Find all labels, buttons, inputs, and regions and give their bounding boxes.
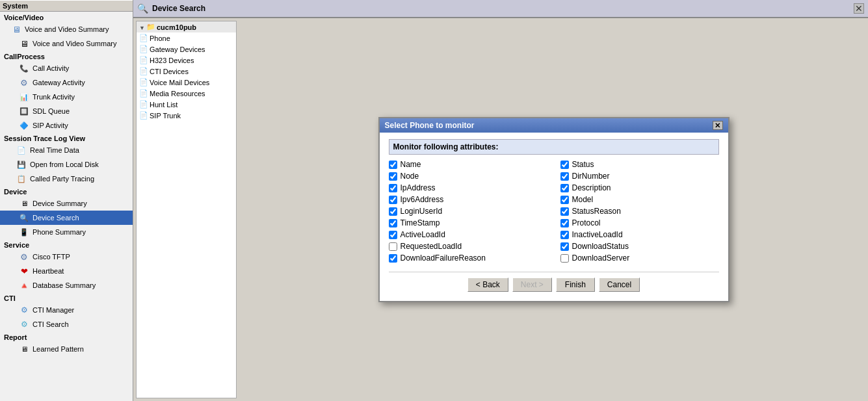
cb-model-label: Model [572, 195, 594, 204]
sidebar-item-cisco-tftp[interactable]: Cisco TFTP [0, 250, 133, 264]
sidebar-item-heartbeat[interactable]: Heartbeat [0, 264, 133, 278]
sidebar-group-service: Service [0, 239, 133, 250]
cb-node[interactable] [389, 172, 397, 181]
tree-expand-icon [139, 23, 146, 31]
sidebar-item-voice-video-summary[interactable]: Voice and Video Summary [0, 22, 133, 36]
learned-icon [18, 343, 30, 355]
cb-timestamp[interactable] [389, 219, 397, 227]
cb-statusreason[interactable] [560, 207, 569, 216]
sidebar: System Voice/Video Voice and Video Summa… [0, 0, 133, 401]
tree-item-sip-trunk[interactable]: SIP Trunk [137, 110, 236, 121]
cb-name[interactable] [389, 161, 397, 169]
cb-dirnumber[interactable] [560, 172, 569, 181]
cb-inactiveloadid[interactable] [560, 231, 569, 239]
back-button[interactable]: < Back [467, 278, 508, 292]
tree-panel: cucm10pub Phone Gateway Devices H323 Dev… [136, 21, 237, 398]
tree-folder-icon [146, 23, 155, 31]
checkbox-row-cb-inactiveloadid: InactiveLoadId [560, 230, 719, 239]
sidebar-item-call-activity[interactable]: Call Activity [0, 61, 133, 75]
realtime-icon [16, 144, 27, 156]
tree-item-hunt-list[interactable]: Hunt List [137, 99, 236, 110]
sidebar-item-called-party-tracing[interactable]: Called Party Tracing [0, 172, 133, 186]
next-button[interactable]: Next > [512, 278, 552, 292]
sidebar-group-callprocess: CallProcess [0, 51, 133, 61]
checkbox-row-cb-ipaddress: IpAddress [389, 183, 547, 192]
tree-item-voice-mail-devices[interactable]: Voice Mail Devices [137, 77, 236, 88]
sidebar-item-sip-activity[interactable]: SIP Activity [0, 118, 133, 133]
checkbox-row-cb-node: Node [389, 172, 547, 181]
tree-item-h323-devices[interactable]: H323 Devices [137, 55, 236, 66]
main-layout: System Voice/Video Voice and Video Summa… [0, 0, 868, 401]
sidebar-item-cti-manager[interactable]: CTI Manager [0, 303, 133, 317]
local-icon [16, 159, 27, 170]
sidebar-item-learned-pattern[interactable]: Learned Pattern [0, 342, 133, 356]
checkbox-row-cb-downloadstatus: DownloadStatus [560, 242, 719, 251]
checkbox-row-cb-ipv6address: Ipv6Address [389, 195, 547, 204]
checkbox-row-cb-model: Model [560, 195, 719, 204]
sidebar-item-sdl-queue[interactable]: SDL Queue [0, 104, 133, 118]
content-right: Select Phone to monitor ✕ Monitor follow… [239, 18, 868, 401]
sidebar-item-phone-summary[interactable]: Phone Summary [0, 225, 133, 239]
sidebar-item-voice-video-summary-sub[interactable]: Voice and Video Summary [0, 36, 133, 51]
checkbox-row-cb-downloadserver: DownloadServer [560, 253, 719, 263]
tree-item-gateway-devices[interactable]: Gateway Devices [137, 44, 236, 55]
devsearch-icon [18, 212, 30, 224]
cancel-button[interactable]: Cancel [599, 278, 640, 292]
sidebar-item-device-search[interactable]: Device Search [0, 211, 133, 225]
cb-downloadfailurereason[interactable] [389, 254, 397, 263]
cb-activeloadid[interactable] [389, 231, 397, 239]
tree-file-icon-gateway [139, 45, 148, 53]
modal-title: Select Phone to monitor [385, 121, 475, 130]
sidebar-item-database-summary[interactable]: Database Summary [0, 278, 133, 292]
sidebar-item-trunk-activity[interactable]: Trunk Activity [0, 90, 133, 104]
tree-item-phone[interactable]: Phone [137, 32, 236, 44]
tree-file-icon-h323 [139, 56, 148, 64]
sidebar-group-voicevideo: Voice/Video [0, 12, 133, 22]
modal-close-button[interactable]: ✕ [713, 121, 723, 130]
cb-ipaddress[interactable] [389, 184, 397, 192]
tree-file-icon-voicemail [139, 78, 148, 86]
modal-overlay: Select Phone to monitor ✕ Monitor follow… [239, 18, 868, 401]
cb-status-label: Status [572, 160, 594, 169]
cb-downloadserver[interactable] [560, 254, 569, 263]
checkbox-row-cb-dirnumber: DirNumber [560, 172, 719, 181]
dbsummary-icon [18, 279, 30, 291]
cb-node-label: Node [401, 172, 419, 181]
tree-item-media-resources[interactable]: Media Resources [137, 88, 236, 99]
cb-protocol[interactable] [560, 219, 569, 227]
checkbox-row-cb-timestamp: TimeStamp [389, 218, 547, 227]
cb-activeloadid-label: ActiveLoadId [401, 230, 445, 239]
checkbox-row-cb-activeloadid: ActiveLoadId [389, 230, 547, 239]
cb-inactiveloadid-label: InactiveLoadId [572, 230, 623, 239]
summary-icon [18, 38, 30, 49]
cb-downloadstatus[interactable] [560, 242, 569, 251]
cb-model[interactable] [560, 196, 569, 204]
checkbox-row-cb-statusreason: StatusReason [560, 207, 719, 216]
tree-root[interactable]: cucm10pub [137, 21, 236, 32]
cb-ipv6address[interactable] [389, 196, 397, 204]
panel-title: Device Search [152, 4, 205, 13]
cb-description-label: Description [572, 183, 611, 192]
cb-status[interactable] [560, 161, 569, 169]
modal-titlebar: Select Phone to monitor ✕ [380, 118, 728, 133]
checkbox-grid: NameStatusNodeDirNumberIpAddressDescript… [389, 160, 719, 263]
checkbox-row-cb-requestedloadid: RequestedLoadId [389, 242, 547, 251]
cb-requestedloadid[interactable] [389, 242, 397, 251]
devsummary-icon [18, 198, 30, 209]
sidebar-item-device-summary[interactable]: Device Summary [0, 196, 133, 211]
sidebar-item-real-time-data[interactable]: Real Time Data [0, 143, 133, 157]
panel-close-button[interactable]: ✕ [854, 3, 864, 14]
checkbox-row-cb-description: Description [560, 183, 719, 192]
tree-file-icon-phone [139, 34, 148, 42]
finish-button[interactable]: Finish [556, 278, 595, 292]
panel-icon: 🔍 [137, 3, 148, 14]
cb-loginuserid[interactable] [389, 207, 397, 216]
sidebar-item-open-local-disk[interactable]: Open from Local Disk [0, 157, 133, 172]
cb-description[interactable] [560, 184, 569, 192]
sidebar-item-cti-search[interactable]: CTI Search [0, 317, 133, 331]
sdl-icon [18, 105, 30, 117]
tree-file-icon-huntlist [139, 100, 148, 109]
sidebar-item-gateway-activity[interactable]: Gateway Activity [0, 75, 133, 90]
tree-item-cti-devices[interactable]: CTI Devices [137, 66, 236, 77]
checkbox-row-cb-name: Name [389, 160, 547, 169]
